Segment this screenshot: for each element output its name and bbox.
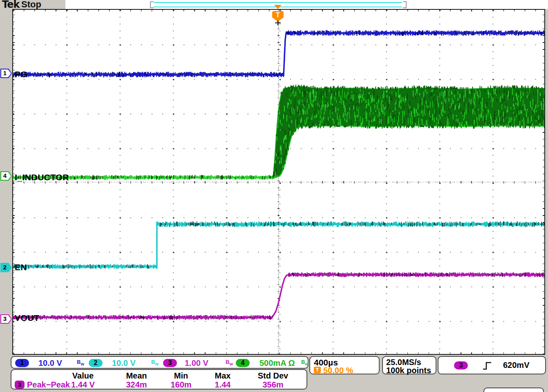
measurement-header-value: Value: [72, 371, 94, 381]
channel2-scale[interactable]: 10.0 V: [112, 358, 136, 368]
channel3-marker[interactable]: 3: [0, 314, 12, 324]
channel-readout-panel[interactable]: 1 10.0 V BW 2 10.0 V BW 3 1.00 V BW 4 50…: [11, 356, 309, 369]
channel2-marker[interactable]: 2: [0, 263, 12, 272]
channel4-marker[interactable]: 4: [0, 171, 12, 181]
acquisition-status: Stop: [21, 0, 41, 10]
channel4-badge[interactable]: 4: [236, 359, 250, 367]
trigger-readout-panel[interactable]: 3 620mV: [438, 356, 546, 374]
measurement-header-stddev: Std Dev: [258, 371, 288, 381]
measurement-max: 1.44: [215, 380, 231, 390]
measurement-header-mean: Mean: [126, 371, 147, 381]
measurement-header-min: Min: [174, 371, 188, 381]
record-view-right-bracket: [403, 1, 407, 8]
trigger-level: 620mV: [503, 361, 530, 370]
channel4-bandwidth-icon: BW: [301, 359, 309, 366]
channel3-marker-number: 3: [2, 315, 8, 322]
waveform-label-vout: VOUT: [15, 313, 39, 323]
channel1-marker-number: 1: [2, 69, 8, 76]
rising-edge-slope-icon: [482, 361, 492, 371]
trigger-position-percent: 50.00 %: [323, 366, 353, 375]
record-view-left-bracket: [150, 1, 154, 8]
channel2-marker-number: 2: [2, 264, 8, 271]
record-length: 100k points: [386, 366, 431, 375]
channel3-bandwidth-icon: BW: [226, 359, 233, 366]
channel3-badge[interactable]: 3: [163, 359, 177, 367]
channel2-bandwidth-icon: BW: [151, 359, 159, 366]
trigger-position-icon: T: [314, 367, 321, 373]
horizontal-readout-panel[interactable]: 400µs T 50.00 %: [309, 356, 380, 374]
waveform-label-pg: PG: [15, 69, 27, 79]
trigger-position-arrow-icon[interactable]: [274, 5, 282, 9]
measurement-name: Peak−Peak: [27, 380, 70, 390]
channel3-scale[interactable]: 1.00 V: [185, 358, 208, 368]
measurement-source-badge: 3: [15, 381, 25, 389]
channel1-badge[interactable]: 1: [15, 359, 29, 367]
waveform-canvas: [13, 10, 544, 354]
channel4-marker-number: 4: [2, 172, 8, 179]
waveform-label-en: EN: [15, 262, 27, 272]
measurement-min: 160m: [170, 380, 191, 390]
channel4-scale[interactable]: 500mA Ω: [259, 358, 295, 368]
ch2-trace: [13, 222, 544, 269]
date-box: [483, 388, 544, 392]
channel1-scale[interactable]: 10.0 V: [38, 358, 62, 368]
ch3-trace: [13, 272, 544, 320]
channel1-bandwidth-icon: BW: [77, 359, 84, 366]
measurement-header-max: Max: [215, 371, 231, 381]
ch4-trace: [13, 85, 544, 180]
measurement-value: 1.44 V: [71, 380, 95, 390]
acquisition-readout-panel[interactable]: 25.0MS/s 100k points: [382, 356, 436, 374]
waveform-label-i-inductor: I_INDUCTOR: [15, 172, 69, 182]
measurement-mean: 324m: [126, 380, 147, 390]
trigger-point-cross-icon: [275, 20, 281, 25]
measurement-stddev: 356m: [262, 380, 283, 390]
ch1-trace: [13, 30, 544, 77]
measurement-panel[interactable]: Value Mean Min Max Std Dev 3 Peak−Peak 1…: [11, 369, 307, 390]
graticule-area: PG I_INDUCTOR EN VOUT: [12, 9, 545, 355]
channel1-marker[interactable]: 1: [0, 69, 12, 78]
channel2-badge[interactable]: 2: [89, 359, 103, 367]
trigger-source-badge: 3: [454, 361, 468, 370]
oscilloscope-screen: Tek Stop T PG I_INDUCTOR EN VOUT 1 4 2 3…: [0, 0, 548, 392]
trigger-flag-letter: T: [276, 11, 280, 19]
